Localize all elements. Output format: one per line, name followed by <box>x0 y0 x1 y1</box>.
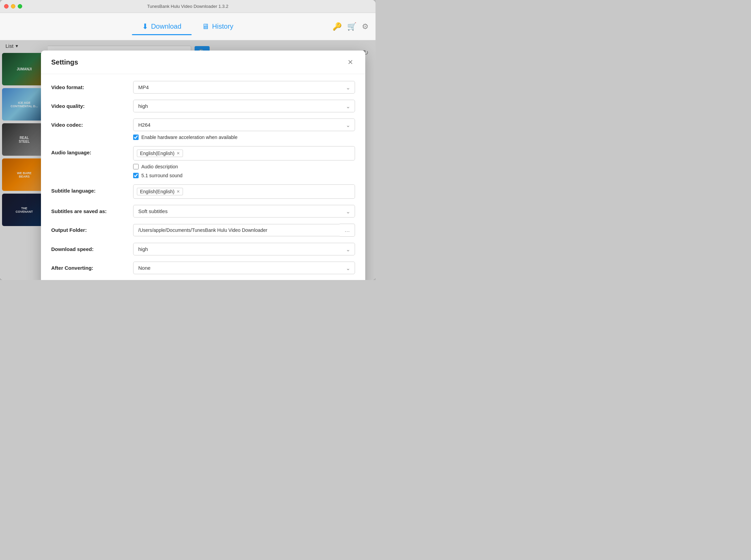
select-after-converting[interactable]: None Open folder Shut down <box>133 262 355 274</box>
select-wrapper-subtitles-saved: Soft subtitles Hard subtitles External s… <box>133 205 355 218</box>
audio-language-tag-input[interactable]: English(English) ✕ <box>133 146 355 160</box>
control-video-quality: high medium low <box>133 100 355 112</box>
nav-tabs: ⬇ Download 🖥 History <box>132 19 243 34</box>
audio-description-row: Audio description <box>133 164 355 169</box>
minimize-button[interactable] <box>11 4 15 9</box>
hardware-acceleration-row: Enable hardware acceleration when availa… <box>133 135 355 140</box>
settings-row-after-converting: After Converting: None Open folder Shut … <box>51 262 355 274</box>
select-wrapper-download-speed: high medium low <box>133 243 355 255</box>
close-button[interactable] <box>4 4 9 9</box>
toolbar: ⬇ Download 🖥 History 🔑 🛒 ⚙ <box>0 13 376 40</box>
label-subtitles-saved: Subtitles are saved as: <box>51 205 133 214</box>
settings-row-subtitles-saved: Subtitles are saved as: Soft subtitles H… <box>51 205 355 218</box>
surround-sound-label: 5.1 surround sound <box>141 173 183 178</box>
download-icon: ⬇ <box>142 22 148 31</box>
control-audio-language: English(English) ✕ Audio description 5.1… <box>133 146 355 178</box>
tab-download-label: Download <box>151 23 181 30</box>
select-subtitles-saved[interactable]: Soft subtitles Hard subtitles External s… <box>133 205 355 218</box>
subtitle-language-tag-input[interactable]: English(English) ✕ <box>133 184 355 199</box>
subtitle-language-tag-close[interactable]: ✕ <box>176 189 180 194</box>
label-audio-language: Audio language: <box>51 146 133 155</box>
control-download-speed: high medium low <box>133 243 355 255</box>
select-wrapper-after-converting: None Open folder Shut down <box>133 262 355 274</box>
select-video-format[interactable]: MP4 MKV AVI <box>133 81 355 94</box>
surround-sound-checkbox[interactable] <box>133 173 139 178</box>
tab-history[interactable]: 🖥 History <box>192 19 243 34</box>
history-icon: 🖥 <box>202 22 209 31</box>
select-wrapper-video-format: MP4 MKV AVI <box>133 81 355 94</box>
settings-row-audio-language: Audio language: English(English) ✕ Audio… <box>51 146 355 178</box>
control-subtitles-saved: Soft subtitles Hard subtitles External s… <box>133 205 355 218</box>
output-folder-row: … <box>133 224 355 237</box>
traffic-lights <box>4 4 22 9</box>
control-video-format: MP4 MKV AVI <box>133 81 355 94</box>
hardware-acceleration-label: Enable hardware acceleration when availa… <box>141 135 238 140</box>
settings-modal: Settings ✕ Video format: MP4 MKV AVI <box>41 51 365 280</box>
audio-language-tag-close[interactable]: ✕ <box>176 151 180 156</box>
audio-language-tag-value: English(English) <box>140 151 174 156</box>
settings-row-output-folder: Output Folder: … <box>51 224 355 237</box>
output-folder-browse-button[interactable]: … <box>340 224 355 237</box>
label-video-format: Video format: <box>51 81 133 90</box>
control-video-codec: H264 H265 Enable hardware acceleration w… <box>133 118 355 140</box>
main-content: 🔍 ↻ List ▼ JUMANJI ICE AGECONTINENTAL D.… <box>0 40 376 280</box>
tab-download[interactable]: ⬇ Download <box>132 19 192 34</box>
label-video-codec: Video codec: <box>51 118 133 128</box>
gear-icon[interactable]: ⚙ <box>362 22 369 31</box>
label-after-converting: After Converting: <box>51 262 133 271</box>
audio-description-label: Audio description <box>141 164 178 169</box>
label-download-speed: Download speed: <box>51 243 133 252</box>
control-after-converting: None Open folder Shut down <box>133 262 355 274</box>
settings-row-download-speed: Download speed: high medium low <box>51 243 355 255</box>
settings-row-video-format: Video format: MP4 MKV AVI <box>51 81 355 94</box>
subtitle-language-tag: English(English) ✕ <box>137 188 183 195</box>
label-subtitle-language: Subtitle language: <box>51 184 133 194</box>
settings-title: Settings <box>51 58 78 66</box>
hardware-acceleration-checkbox[interactable] <box>133 135 139 140</box>
subtitle-language-tag-value: English(English) <box>140 189 174 194</box>
output-folder-input[interactable] <box>133 224 340 236</box>
toolbar-right: 🔑 🛒 ⚙ <box>332 22 369 31</box>
select-wrapper-video-codec: H264 H265 <box>133 118 355 131</box>
select-download-speed[interactable]: high medium low <box>133 243 355 255</box>
cart-icon[interactable]: 🛒 <box>347 22 356 31</box>
control-subtitle-language: English(English) ✕ <box>133 184 355 199</box>
select-video-codec[interactable]: H264 H265 <box>133 118 355 131</box>
label-output-folder: Output Folder: <box>51 224 133 233</box>
audio-description-checkbox[interactable] <box>133 164 139 169</box>
select-wrapper-video-quality: high medium low <box>133 100 355 112</box>
surround-sound-row: 5.1 surround sound <box>133 173 355 178</box>
settings-row-subtitle-language: Subtitle language: English(English) ✕ <box>51 184 355 199</box>
window-title: TunesBank Hulu Video Downloader 1.3.2 <box>147 4 228 9</box>
label-video-quality: Video quality: <box>51 100 133 109</box>
control-output-folder: … <box>133 224 355 237</box>
audio-language-tag: English(English) ✕ <box>137 150 183 157</box>
maximize-button[interactable] <box>18 4 22 9</box>
key-icon[interactable]: 🔑 <box>332 22 342 31</box>
settings-row-video-codec: Video codec: H264 H265 Enable hardware a… <box>51 118 355 140</box>
app-window: TunesBank Hulu Video Downloader 1.3.2 ⬇ … <box>0 0 376 280</box>
titlebar: TunesBank Hulu Video Downloader 1.3.2 <box>0 0 376 13</box>
modal-close-button[interactable]: ✕ <box>345 57 355 67</box>
modal-header: Settings ✕ <box>41 51 365 74</box>
settings-row-video-quality: Video quality: high medium low <box>51 100 355 112</box>
tab-history-label: History <box>212 23 233 30</box>
settings-body: Video format: MP4 MKV AVI Video qual <box>41 74 365 280</box>
select-video-quality[interactable]: high medium low <box>133 100 355 112</box>
